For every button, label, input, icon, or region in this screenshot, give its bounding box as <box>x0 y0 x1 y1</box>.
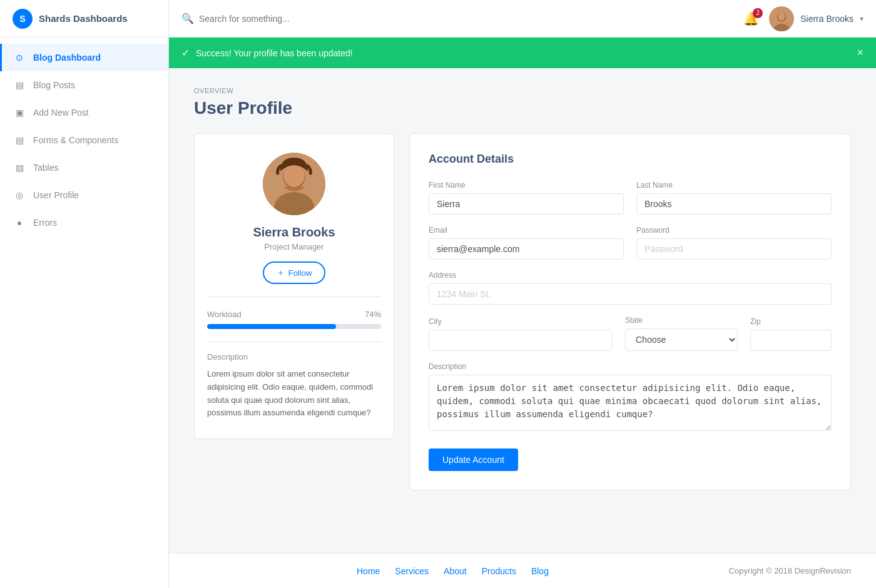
sidebar-item-blog-posts[interactable]: ▤ Blog Posts <box>0 71 168 99</box>
forms-icon: ▤ <box>14 135 24 145</box>
description-row: Description Lorem ipsum dolor sit amet c… <box>429 362 832 431</box>
password-group: Password <box>636 226 832 260</box>
footer-links: Home Services About Products Blog <box>357 566 549 576</box>
city-group: City <box>429 317 613 351</box>
name-row: First Name Last Name <box>429 181 832 215</box>
sidebar: ⊙ Blog Dashboard ▤ Blog Posts ▣ Add New … <box>0 38 169 588</box>
address-row: Address <box>429 271 832 305</box>
profile-name: Sierra Brooks <box>207 225 381 240</box>
description-textarea[interactable]: Lorem ipsum dolor sit amet consectetur a… <box>429 375 832 431</box>
user-name: Sierra Brooks <box>800 14 853 24</box>
account-details-title: Account Details <box>429 153 832 166</box>
password-input[interactable] <box>636 238 832 260</box>
list-icon: ▤ <box>14 80 24 90</box>
main-area: ⊙ Blog Dashboard ▤ Blog Posts ▣ Add New … <box>0 38 876 588</box>
chevron-down-icon: ▾ <box>860 14 863 23</box>
progress-bar-fill <box>207 324 336 329</box>
top-right-actions: 🔔 2 Sierra Brooks ▾ <box>731 6 876 31</box>
city-input[interactable] <box>429 330 613 351</box>
notification-badge: 2 <box>753 8 763 18</box>
profile-avatar <box>263 153 325 215</box>
search-input[interactable] <box>199 14 718 24</box>
zip-label: Zip <box>750 317 832 326</box>
cards-row: Sierra Brooks Project Manager ＋ Follow W… <box>194 133 851 490</box>
first-name-group: First Name <box>429 181 624 215</box>
sidebar-item-add-new-post-label: Add New Post <box>33 108 89 118</box>
address-group: Address <box>429 271 832 305</box>
sidebar-item-user-profile[interactable]: ◎ User Profile <box>0 181 168 209</box>
email-group: Email <box>429 226 624 260</box>
divider <box>207 297 381 297</box>
last-name-group: Last Name <box>636 181 832 215</box>
footer-link-home[interactable]: Home <box>357 566 380 576</box>
logo-area: S Shards Dashboards <box>0 0 169 37</box>
follow-button[interactable]: ＋ Follow <box>263 261 326 284</box>
state-select[interactable]: Choose ALAKAZAR CACOCTDE FLGAHIID ILINIA… <box>625 328 738 351</box>
profile-title: Project Manager <box>207 242 381 251</box>
last-name-input[interactable] <box>636 193 832 215</box>
top-bar: S Shards Dashboards 🔍 🔔 2 <box>0 0 876 38</box>
banner-close-button[interactable]: × <box>857 46 863 59</box>
sidebar-item-forms-components[interactable]: ▤ Forms & Components <box>0 126 168 154</box>
description-text: Lorem ipsum dolor sit amet consectetur a… <box>207 368 381 420</box>
sidebar-item-errors-label: Errors <box>33 218 57 228</box>
sidebar-nav: ⊙ Blog Dashboard ▤ Blog Posts ▣ Add New … <box>0 38 168 243</box>
user-icon: ◎ <box>14 190 24 200</box>
grid-icon: ⊙ <box>14 53 24 63</box>
sidebar-item-blog-posts-label: Blog Posts <box>33 80 75 90</box>
check-icon: ✓ <box>181 47 190 59</box>
logo-text: Shards Dashboards <box>39 13 128 24</box>
address-input[interactable] <box>429 283 832 305</box>
account-description-label: Description <box>429 362 832 371</box>
page-title: User Profile <box>194 98 851 118</box>
footer-link-services[interactable]: Services <box>395 566 429 576</box>
error-icon: ● <box>14 218 24 228</box>
sidebar-item-tables-label: Tables <box>33 163 58 173</box>
follow-label: Follow <box>288 268 312 278</box>
search-icon: 🔍 <box>181 13 194 24</box>
search-area: 🔍 <box>169 13 731 24</box>
follow-icon: ＋ <box>277 267 285 278</box>
address-label: Address <box>429 271 832 280</box>
user-menu[interactable]: Sierra Brooks ▾ <box>769 6 863 31</box>
zip-input[interactable] <box>750 330 832 351</box>
notification-button[interactable]: 🔔 2 <box>743 11 759 26</box>
logo-icon: S <box>13 9 33 29</box>
description-label: Description <box>207 352 381 362</box>
progress-bar-background <box>207 324 381 329</box>
sidebar-item-errors[interactable]: ● Errors <box>0 209 168 236</box>
email-input[interactable] <box>429 238 624 260</box>
zip-group: Zip <box>750 317 832 351</box>
workload-percent: 74% <box>365 310 381 319</box>
footer-link-products[interactable]: Products <box>482 566 516 576</box>
search-wrap: 🔍 <box>181 13 718 24</box>
sidebar-item-user-profile-label: User Profile <box>33 190 79 200</box>
page-content: OVERVIEW User Profile <box>169 68 876 553</box>
city-label: City <box>429 317 613 326</box>
state-label: State <box>625 316 738 325</box>
state-group: State Choose ALAKAZAR CACOCTDE FLGAHIID … <box>625 316 738 351</box>
profile-card: Sierra Brooks Project Manager ＋ Follow W… <box>194 133 394 439</box>
overview-label: OVERVIEW <box>194 87 851 94</box>
sidebar-item-blog-dashboard-label: Blog Dashboard <box>33 53 101 63</box>
svg-point-3 <box>778 12 785 21</box>
sidebar-item-add-new-post[interactable]: ▣ Add New Post <box>0 99 168 126</box>
first-name-input[interactable] <box>429 193 624 215</box>
account-description-group: Description Lorem ipsum dolor sit amet c… <box>429 362 832 431</box>
first-name-label: First Name <box>429 181 624 190</box>
banner-message: Success! Your profile has been updated! <box>196 48 850 58</box>
sidebar-item-tables[interactable]: ▤ Tables <box>0 154 168 181</box>
account-card: Account Details First Name Last Name <box>409 133 851 490</box>
city-state-zip-row: City State Choose ALAKAZAR CACOCTDE FLGA… <box>429 316 832 351</box>
description-section: Description Lorem ipsum dolor sit amet c… <box>207 342 381 420</box>
footer: Home Services About Products Blog Copyri… <box>169 553 876 588</box>
content-area: ✓ Success! Your profile has been updated… <box>169 38 876 588</box>
success-banner: ✓ Success! Your profile has been updated… <box>169 38 876 68</box>
sidebar-item-blog-dashboard[interactable]: ⊙ Blog Dashboard <box>0 44 168 71</box>
last-name-label: Last Name <box>636 181 832 190</box>
update-account-button[interactable]: Update Account <box>429 449 518 471</box>
footer-link-blog[interactable]: Blog <box>531 566 549 576</box>
email-password-row: Email Password <box>429 226 832 260</box>
workload-label: Workload <box>207 310 242 319</box>
footer-link-about[interactable]: About <box>444 566 467 576</box>
